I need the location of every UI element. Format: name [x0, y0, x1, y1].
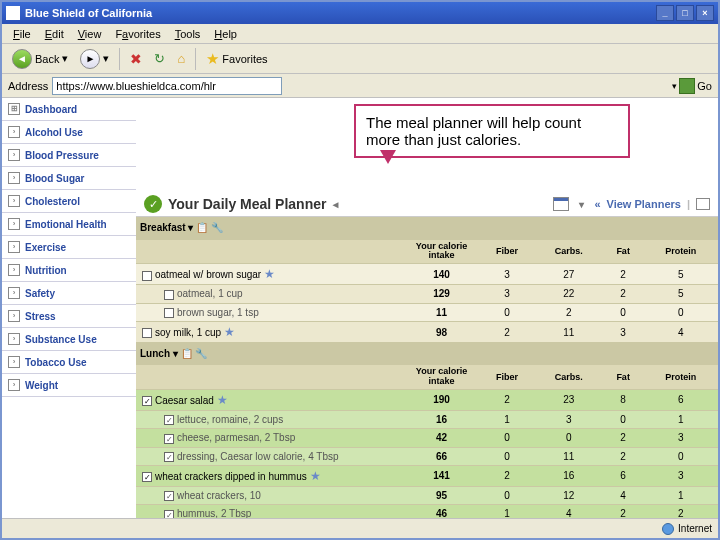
- chevron-icon: ›: [8, 264, 20, 276]
- meal-table: Breakfast ▾ 📋 🔧Your calorie intakeFiberC…: [136, 217, 718, 518]
- home-button[interactable]: ⌂: [173, 49, 189, 68]
- menu-file[interactable]: File: [6, 26, 38, 42]
- view-planners-link[interactable]: View Planners: [607, 198, 681, 210]
- menu-edit[interactable]: Edit: [38, 26, 71, 42]
- sidebar-item-cholesterol[interactable]: ›Cholesterol: [2, 190, 136, 213]
- sidebar-item-weight[interactable]: ›Weight: [2, 374, 136, 397]
- sidebar-item-blood-pressure[interactable]: ›Blood Pressure: [2, 144, 136, 167]
- chevron-icon: ›: [8, 310, 20, 322]
- checkbox[interactable]: [164, 308, 174, 318]
- zone-label: Internet: [678, 523, 712, 534]
- table-row: brown sugar, 1 tsp110200: [136, 303, 718, 321]
- meal-header[interactable]: Breakfast ▾ 📋 🔧: [136, 217, 718, 239]
- sidebar-item-stress[interactable]: ›Stress: [2, 305, 136, 328]
- close-button[interactable]: ×: [696, 5, 714, 21]
- chevron-icon: ›: [8, 218, 20, 230]
- globe-icon: [662, 523, 674, 535]
- back-icon: ◄: [12, 49, 32, 69]
- star-icon: ★: [206, 50, 219, 68]
- checkbox[interactable]: ✓: [164, 452, 174, 462]
- table-row: ✓dressing, Caesar low calorie, 4 Tbsp660…: [136, 447, 718, 465]
- menu-favorites[interactable]: Favorites: [108, 26, 167, 42]
- stop-button[interactable]: ✖: [126, 49, 146, 69]
- chevron-icon: ›: [8, 195, 20, 207]
- meal-header[interactable]: Lunch ▾ 📋 🔧: [136, 343, 718, 365]
- toolbar: ◄ Back ▾ ► ▾ ✖ ↻ ⌂ ★ Favorites: [2, 44, 718, 74]
- forward-button[interactable]: ► ▾: [76, 47, 113, 71]
- statusbar: Internet: [2, 518, 718, 538]
- sidebar-item-nutrition[interactable]: ›Nutrition: [2, 259, 136, 282]
- menu-help[interactable]: Help: [207, 26, 244, 42]
- planner-title: Your Daily Meal Planner: [168, 196, 326, 212]
- table-row: oatmeal w/ brown sugar ★14032725: [136, 264, 718, 285]
- maximize-button[interactable]: □: [676, 5, 694, 21]
- table-row: oatmeal, 1 cup12932225: [136, 285, 718, 303]
- star-icon[interactable]: ★: [217, 393, 228, 407]
- chevron-icon: ›: [8, 333, 20, 345]
- checkbox[interactable]: [142, 328, 152, 338]
- forward-icon: ►: [80, 49, 100, 69]
- chevron-icon: ›: [8, 287, 20, 299]
- checkbox[interactable]: ✓: [164, 434, 174, 444]
- menu-view[interactable]: View: [71, 26, 109, 42]
- sidebar-item-blood-sugar[interactable]: ›Blood Sugar: [2, 167, 136, 190]
- calendar-icon[interactable]: [553, 197, 569, 211]
- prev-day-button[interactable]: ◄: [326, 199, 344, 210]
- refresh-button[interactable]: ↻: [150, 49, 169, 68]
- sidebar-item-alcohol-use[interactable]: ›Alcohol Use: [2, 121, 136, 144]
- sidebar-item-dashboard[interactable]: ⊞Dashboard: [2, 98, 136, 121]
- sidebar-item-emotional-health[interactable]: ›Emotional Health: [2, 213, 136, 236]
- table-row: ✓wheat crackers, 109501241: [136, 486, 718, 504]
- table-row: ✓wheat crackers dipped in hummus ★141216…: [136, 465, 718, 486]
- window-title: Blue Shield of California: [25, 7, 152, 19]
- checkbox[interactable]: [142, 271, 152, 281]
- table-row: ✓lettuce, romaine, 2 cups161301: [136, 410, 718, 428]
- checkbox[interactable]: ✓: [164, 510, 174, 518]
- chevron-icon: ›: [8, 149, 20, 161]
- menu-tools[interactable]: Tools: [168, 26, 208, 42]
- planner-header: ✓ Your Daily Meal Planner ◄ ▾ « View Pla…: [136, 192, 718, 217]
- app-icon: [6, 6, 20, 20]
- checkbox[interactable]: [164, 290, 174, 300]
- checkbox[interactable]: ✓: [142, 472, 152, 482]
- sidebar-item-substance-use[interactable]: ›Substance Use: [2, 328, 136, 351]
- star-icon[interactable]: ★: [264, 267, 275, 281]
- chevron-icon: ›: [8, 356, 20, 368]
- callout: The meal planner will help count more th…: [354, 104, 630, 158]
- table-row: ✓cheese, parmesan, 2 Tbsp420023: [136, 429, 718, 447]
- next-day-button[interactable]: ▾: [575, 199, 588, 210]
- chevron-icon: ›: [8, 379, 20, 391]
- checkbox[interactable]: ✓: [164, 415, 174, 425]
- star-icon[interactable]: ★: [224, 325, 235, 339]
- sidebar-item-safety[interactable]: ›Safety: [2, 282, 136, 305]
- chevron-down-icon: ▾: [62, 52, 68, 65]
- check-icon: ✓: [144, 195, 162, 213]
- chevron-icon: ›: [8, 172, 20, 184]
- star-icon[interactable]: ★: [310, 469, 321, 483]
- address-input[interactable]: [52, 77, 282, 95]
- go-icon: [679, 78, 695, 94]
- print-icon[interactable]: [696, 198, 710, 210]
- chevron-icon: ›: [8, 241, 20, 253]
- checkbox[interactable]: ✓: [142, 396, 152, 406]
- address-bar: Address ▾ Go: [2, 74, 718, 98]
- checkbox[interactable]: ✓: [164, 491, 174, 501]
- table-row: ✓hummus, 2 Tbsp461422: [136, 505, 718, 518]
- back-button[interactable]: ◄ Back ▾: [8, 47, 72, 71]
- favorites-button[interactable]: ★ Favorites: [202, 48, 271, 70]
- titlebar: Blue Shield of California _ □ ×: [2, 2, 718, 24]
- minimize-button[interactable]: _: [656, 5, 674, 21]
- table-row: soy milk, 1 cup ★9821134: [136, 322, 718, 343]
- sidebar: ⊞Dashboard›Alcohol Use›Blood Pressure›Bl…: [2, 98, 136, 518]
- sidebar-item-exercise[interactable]: ›Exercise: [2, 236, 136, 259]
- sidebar-item-tobacco-use[interactable]: ›Tobacco Use: [2, 351, 136, 374]
- go-button[interactable]: ▾ Go: [672, 78, 712, 94]
- chevron-down-icon: ▾: [103, 52, 109, 65]
- chevron-icon: ⊞: [8, 103, 20, 115]
- menubar: File Edit View Favorites Tools Help: [2, 24, 718, 44]
- table-row: ✓Caesar salad ★19022386: [136, 389, 718, 410]
- chevron-icon: ›: [8, 126, 20, 138]
- address-label: Address: [8, 80, 48, 92]
